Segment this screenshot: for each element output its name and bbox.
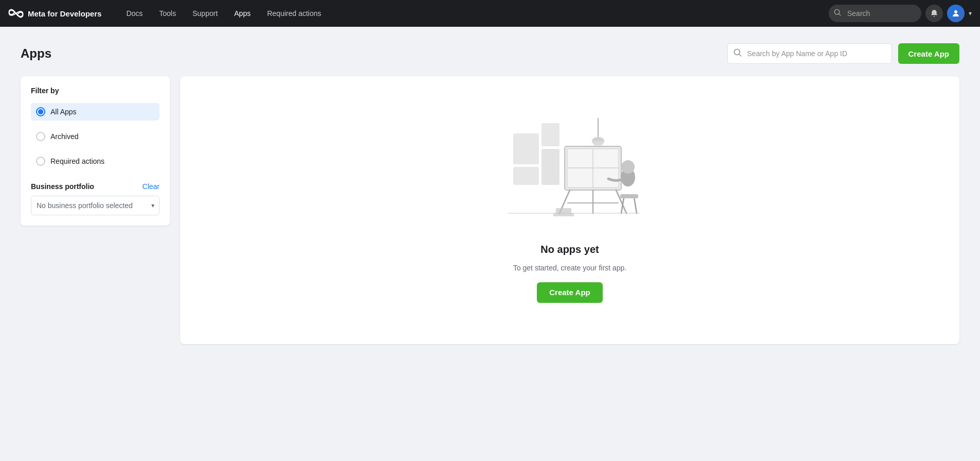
- svg-rect-7: [541, 123, 559, 146]
- svg-point-23: [621, 160, 635, 174]
- clear-link[interactable]: Clear: [143, 182, 160, 191]
- svg-rect-25: [556, 208, 571, 213]
- avatar[interactable]: [947, 5, 965, 22]
- navbar-links: Docs Tools Support Apps Required actions: [118, 0, 829, 27]
- chevron-down-icon[interactable]: ▾: [969, 10, 972, 17]
- business-portfolio-title: Business portfolio: [31, 182, 94, 191]
- filter-title: Filter by: [31, 87, 160, 95]
- navbar-search-input[interactable]: [829, 5, 921, 22]
- empty-state: No apps yet To get started, create your …: [477, 87, 662, 334]
- filter-option-all-apps[interactable]: All Apps: [31, 103, 160, 121]
- navbar: Meta for Developers Docs Tools Support A…: [0, 0, 980, 27]
- filter-label-archived: Archived: [50, 132, 78, 141]
- portfolio-select[interactable]: No business portfolio selected: [31, 196, 160, 215]
- svg-rect-26: [553, 213, 574, 216]
- filter-options: All Apps Archived Required actions: [31, 103, 160, 170]
- nav-link-support[interactable]: Support: [184, 0, 226, 27]
- avatar-inner: [947, 5, 965, 22]
- navbar-search-wrapper: [829, 5, 921, 22]
- empty-state-subtitle: To get started, create your first app.: [513, 264, 626, 272]
- svg-rect-8: [541, 149, 559, 185]
- radio-inner-all-apps: [38, 109, 43, 114]
- radio-required-actions: [36, 157, 45, 166]
- empty-state-illustration: [498, 118, 642, 231]
- filter-panel: Filter by All Apps Archived Req: [21, 76, 170, 226]
- empty-state-title: No apps yet: [540, 244, 599, 255]
- navbar-right: ▾: [829, 5, 972, 22]
- radio-all-apps: [36, 107, 45, 116]
- filter-label-required-actions: Required actions: [50, 157, 104, 165]
- main-panel: No apps yet To get started, create your …: [180, 76, 959, 344]
- empty-create-app-button[interactable]: Create App: [537, 282, 602, 303]
- bell-icon[interactable]: [925, 5, 943, 22]
- radio-archived: [36, 132, 45, 141]
- app-search-wrapper: [727, 43, 892, 64]
- svg-rect-21: [620, 194, 638, 198]
- filter-label-all-apps: All Apps: [50, 108, 77, 116]
- svg-line-20: [634, 198, 637, 213]
- page-title: Apps: [21, 46, 51, 61]
- header-right: Create App: [727, 43, 959, 64]
- filter-option-required-actions[interactable]: Required actions: [31, 152, 160, 170]
- portfolio-select-wrapper: No business portfolio selected ▾: [31, 196, 160, 215]
- svg-rect-6: [513, 167, 539, 185]
- business-portfolio-header: Business portfolio Clear: [31, 182, 160, 191]
- nav-link-docs[interactable]: Docs: [118, 0, 151, 27]
- nav-link-tools[interactable]: Tools: [151, 0, 184, 27]
- content-area: Filter by All Apps Archived Req: [21, 76, 959, 344]
- svg-point-2: [954, 10, 957, 13]
- svg-rect-5: [513, 133, 539, 164]
- filter-option-archived[interactable]: Archived: [31, 128, 160, 145]
- navbar-logo[interactable]: Meta for Developers: [8, 6, 101, 21]
- nav-link-apps[interactable]: Apps: [226, 0, 259, 27]
- main-content: Apps Create App Filter by: [0, 27, 980, 461]
- page-header: Apps Create App: [21, 43, 959, 64]
- app-search-input[interactable]: [727, 43, 892, 64]
- create-app-button[interactable]: Create App: [898, 43, 959, 64]
- nav-link-required-actions[interactable]: Required actions: [259, 0, 329, 27]
